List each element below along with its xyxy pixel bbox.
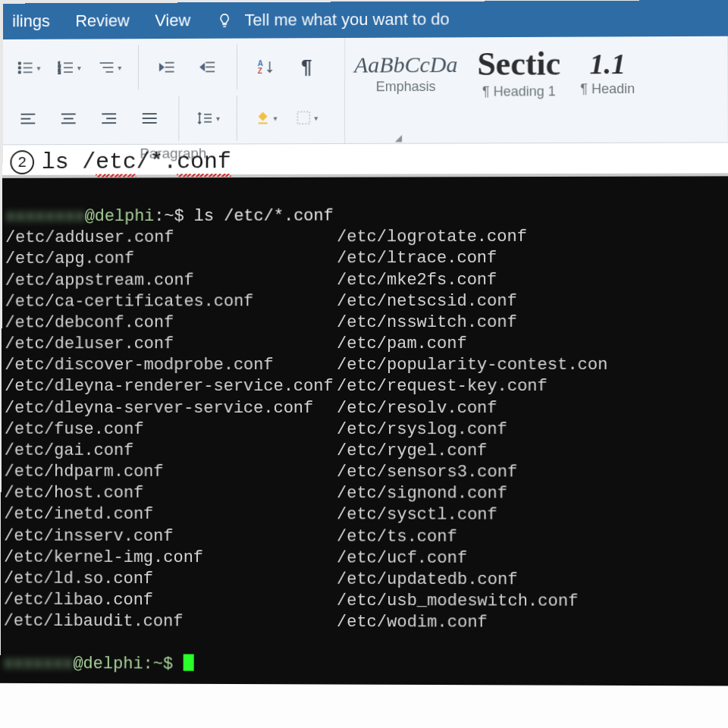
terminal-prompt-line: xxxxxxx@delphi:~$ (3, 654, 193, 674)
justify-button[interactable] (133, 105, 167, 132)
terminal-file: /etc/pam.conf (337, 334, 728, 355)
style-emphasis[interactable]: AaBbCcDa Emphasis (354, 53, 457, 95)
style-heading2[interactable]: 1.1 ¶ Headin (580, 49, 635, 97)
terminal-file: /etc/adduser.conf (5, 228, 337, 249)
style-heading1[interactable]: Sectic ¶ Heading 1 (477, 48, 560, 100)
tab-review[interactable]: Review (75, 11, 129, 31)
style-preview: AaBbCcDa (354, 53, 457, 76)
terminal-file: /etc/ltrace.conf (337, 248, 728, 270)
terminal-file: /etc/apg.conf (5, 249, 337, 271)
terminal-file: /etc/gai.conf (5, 441, 337, 463)
terminal-file: /etc/mke2fs.conf (337, 269, 728, 291)
svg-point-0 (18, 62, 20, 64)
line-spacing-button[interactable] (191, 105, 224, 132)
terminal-file: /etc/resolv.conf (337, 398, 728, 419)
terminal-file: /etc/deluser.conf (5, 334, 337, 355)
separator (237, 96, 237, 141)
terminal-file: /etc/request-key.conf (337, 376, 728, 397)
tell-me-search[interactable]: Tell me what you want to do (245, 10, 450, 30)
terminal-file: /etc/hdparm.conf (5, 462, 337, 484)
terminal-col-right: /etc/logrotate.conf/etc/ltrace.conf/etc/… (337, 227, 728, 635)
align-center-button[interactable] (52, 105, 86, 133)
svg-text:3: 3 (58, 70, 61, 74)
svg-rect-40 (297, 111, 309, 124)
terminal-file: /etc/dleyna-renderer-service.conf (5, 376, 337, 397)
style-label: ¶ Headin (580, 81, 635, 97)
terminal-file: /etc/sensors3.conf (337, 462, 728, 484)
svg-marker-19 (200, 64, 204, 70)
terminal-file: /etc/ts.conf (337, 526, 728, 548)
paragraph-dialog-launcher-icon[interactable]: ◢ (395, 133, 402, 143)
show-marks-button[interactable]: ¶ (290, 53, 323, 80)
separator (178, 96, 179, 140)
ribbon-tabs: ilings Review View Tell me what you want… (3, 0, 728, 39)
spellcheck-word[interactable]: conf (177, 149, 231, 174)
document-line: 2 ls /etc/*.conf (10, 147, 721, 175)
separator (237, 45, 237, 89)
svg-point-4 (18, 71, 20, 74)
terminal-file: /etc/inetd.conf (4, 504, 337, 526)
ribbon-panel: 123 AZ ¶ (3, 36, 728, 146)
terminal-screenshot: xxxxxxxx@delphi:~$ ls /etc/*.conf /etc/a… (0, 176, 728, 686)
terminal-file: /etc/host.conf (4, 483, 337, 505)
align-right-button[interactable] (93, 105, 126, 132)
terminal-file: /etc/rygel.conf (337, 441, 728, 463)
terminal-file: /etc/usb_modeswitch.conf (337, 591, 728, 613)
terminal-file: /etc/updatedb.conf (337, 569, 728, 592)
sort-button[interactable]: AZ (249, 53, 283, 80)
list-number: 2 (10, 150, 34, 174)
style-label: ¶ Heading 1 (482, 83, 556, 99)
numbering-button[interactable]: 123 (52, 54, 86, 81)
terminal-file: /etc/insserv.conf (4, 526, 337, 548)
terminal-file: /etc/fuse.conf (5, 419, 337, 441)
svg-point-2 (18, 67, 20, 69)
style-preview: Sectic (477, 48, 560, 81)
terminal-file: /etc/sysctl.conf (337, 505, 728, 527)
doc-text: ls / (42, 149, 96, 175)
doc-text: /*. (136, 149, 177, 175)
terminal-file: /etc/discover-modprobe.conf (5, 355, 337, 376)
style-label: Emphasis (376, 79, 436, 95)
terminal-file: /etc/ca-certificates.conf (5, 291, 337, 313)
terminal-col-left: /etc/adduser.conf/etc/apg.conf/etc/appst… (4, 228, 337, 634)
paragraph-group: 123 AZ ¶ (3, 38, 345, 144)
shading-button[interactable] (249, 105, 283, 132)
decrease-indent-button[interactable] (151, 54, 184, 81)
terminal-file: /etc/logrotate.conf (337, 227, 728, 249)
terminal-file: /etc/wodim.conf (337, 612, 728, 635)
terminal-prompt-line: xxxxxxxx@delphi:~$ ls /etc/*.conf (5, 207, 334, 227)
align-left-button[interactable] (12, 105, 46, 133)
terminal-file: /etc/rsyslog.conf (337, 419, 728, 441)
terminal-file: /etc/signond.conf (337, 483, 728, 505)
bullets-button[interactable] (12, 55, 46, 82)
tab-mailings[interactable]: ilings (12, 11, 50, 31)
terminal-file: /etc/libao.conf (4, 590, 337, 612)
terminal-file: /etc/libaudit.conf (4, 611, 337, 634)
terminal-file: /etc/debconf.conf (5, 312, 337, 334)
multilevel-list-button[interactable] (93, 54, 127, 81)
terminal-file: /etc/ld.so.conf (4, 568, 337, 590)
borders-button[interactable] (290, 104, 323, 131)
svg-text:Z: Z (258, 67, 262, 74)
terminal-file: /etc/netscsid.conf (337, 290, 728, 312)
spellcheck-word[interactable]: etc (96, 149, 136, 175)
separator (138, 45, 139, 89)
page-whitespace (0, 682, 728, 728)
increase-indent-button[interactable] (191, 53, 224, 80)
terminal-file: /etc/popularity-contest.con (337, 355, 728, 376)
lightbulb-icon (216, 12, 233, 29)
svg-marker-15 (160, 64, 164, 71)
terminal-cursor (183, 654, 193, 671)
terminal-file: /etc/kernel-img.conf (4, 547, 337, 569)
style-preview: 1.1 (589, 49, 626, 78)
styles-group: AaBbCcDa Emphasis Sectic ¶ Heading 1 1.1… (345, 36, 728, 143)
terminal-file: /etc/appstream.conf (5, 270, 337, 292)
tab-view[interactable]: View (155, 11, 190, 30)
terminal-file: /etc/dleyna-server-service.conf (5, 398, 337, 419)
terminal-file: /etc/ucf.conf (337, 548, 728, 570)
terminal-file: /etc/nsswitch.conf (337, 312, 728, 334)
